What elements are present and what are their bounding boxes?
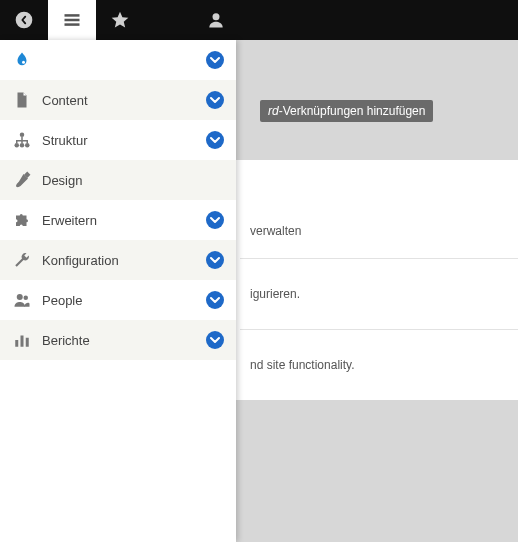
sidebar-item-label: Content [42, 93, 206, 108]
chevron-down-icon[interactable] [206, 51, 224, 69]
toolbar [0, 0, 518, 40]
sidebar-item-label: Konfiguration [42, 253, 206, 268]
bars-icon [12, 331, 32, 349]
brush-icon [12, 171, 32, 189]
sidebar-item-home[interactable] [0, 40, 236, 80]
user-menu-button[interactable] [192, 0, 240, 40]
content-fragment: verwalten [240, 180, 518, 258]
chevron-left-icon [14, 10, 34, 30]
chevron-down-icon[interactable] [206, 131, 224, 149]
svg-point-12 [24, 296, 29, 301]
svg-rect-15 [26, 338, 29, 347]
sitemap-icon [12, 131, 32, 149]
content-fragment: igurieren. [240, 258, 518, 329]
svg-point-4 [213, 13, 220, 20]
wrench-icon [12, 251, 32, 269]
people-icon [12, 291, 32, 309]
svg-point-8 [20, 143, 25, 148]
svg-point-6 [20, 133, 25, 138]
svg-point-0 [16, 12, 33, 29]
sidebar-item-label: Erweitern [42, 213, 206, 228]
star-icon [110, 10, 130, 30]
sidebar-item-label: Design [42, 173, 206, 188]
hamburger-icon [62, 10, 82, 30]
sidebar-item-design[interactable]: Design [0, 160, 236, 200]
menu-toggle-button[interactable] [48, 0, 96, 40]
user-icon [206, 10, 226, 30]
drupal-icon [12, 51, 32, 69]
svg-rect-2 [65, 19, 80, 22]
sidebar-item-content[interactable]: Content [0, 80, 236, 120]
pill-text: -Verknüpfungen hinzufügen [279, 104, 426, 118]
sidebar-item-label: People [42, 293, 206, 308]
svg-rect-14 [21, 336, 24, 347]
puzzle-icon [12, 211, 32, 229]
add-shortcut-pill[interactable]: rd-Verknüpfungen hinzufügen [260, 100, 433, 122]
svg-point-11 [17, 294, 23, 300]
sidebar-item-struktur[interactable]: Struktur [0, 120, 236, 160]
back-button[interactable] [0, 0, 48, 40]
content-fragment: nd site functionality. [240, 329, 518, 400]
pill-italic: rd [268, 104, 279, 118]
chevron-down-icon[interactable] [206, 331, 224, 349]
svg-point-7 [15, 143, 20, 148]
sidebar-item-label: Struktur [42, 133, 206, 148]
svg-rect-3 [65, 23, 80, 26]
chevron-down-icon[interactable] [206, 291, 224, 309]
sidebar-item-erweitern[interactable]: Erweitern [0, 200, 236, 240]
sidebar-item-konfig[interactable]: Konfiguration [0, 240, 236, 280]
file-icon [12, 91, 32, 109]
chevron-down-icon[interactable] [206, 211, 224, 229]
chevron-down-icon[interactable] [206, 91, 224, 109]
svg-rect-13 [15, 340, 18, 347]
svg-point-5 [22, 61, 25, 64]
svg-rect-1 [65, 14, 80, 17]
shortcuts-button[interactable] [96, 0, 144, 40]
chevron-down-icon[interactable] [206, 251, 224, 269]
admin-menu-sidebar: ContentStrukturDesignErweiternKonfigurat… [0, 40, 236, 542]
sidebar-item-label: Berichte [42, 333, 206, 348]
svg-point-9 [25, 143, 30, 148]
toolbar-spacer [144, 0, 192, 40]
sidebar-item-berichte[interactable]: Berichte [0, 320, 236, 360]
sidebar-item-people[interactable]: People [0, 280, 236, 320]
